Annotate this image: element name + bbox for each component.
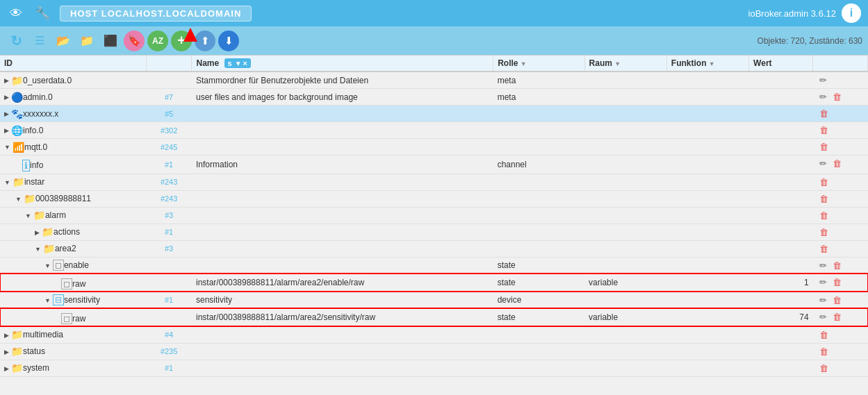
delete-button[interactable]: 🗑 [817,329,830,341]
delete-button[interactable]: 🗑 [817,108,830,119]
header-num [146,56,192,72]
cell-id: 📁 actions [0,224,146,240]
cell-value [749,360,813,376]
expand-down-icon[interactable] [44,296,51,304]
cell-num: #3 [146,240,192,257]
table-row: 📁 instar #243🗑 [0,174,868,190]
expand-down-icon[interactable] [35,245,41,253]
delete-button[interactable]: 🗑 [817,124,830,136]
filter-badge[interactable]: s ▼ × [224,58,251,68]
eye-icon[interactable]: 👁 [7,4,25,22]
expand-down-icon[interactable] [4,178,10,186]
edit-button[interactable]: ✏ [817,311,829,323]
cell-num [146,257,192,274]
edit-button[interactable]: ✏ [817,294,829,306]
edit-button[interactable]: ✏ [817,158,829,169]
cell-role [493,326,584,343]
delete-button[interactable]: 🗑 [817,362,830,374]
expand-right-icon[interactable] [4,126,9,134]
cell-id: ℹ info [0,156,146,174]
download-button[interactable]: ⬇ [218,31,239,51]
delete-button[interactable]: 🗑 [817,176,830,188]
cell-room [584,257,666,274]
refresh-icon: ↻ [10,33,22,49]
delete-button[interactable]: 🗑 [817,226,830,238]
expand-down-icon[interactable] [15,195,22,203]
cell-num: #7 [146,89,192,106]
edit-button[interactable]: ✏ [817,276,829,288]
state-icon: ◻ [53,260,64,271]
cell-value [749,207,813,224]
delete-button[interactable]: 🗑 [830,91,844,103]
expand-down-icon[interactable] [25,212,31,219]
sensitivity-icon: ⊟ [53,294,64,305]
table-row: 🔵 admin.0 #7user files and images for ba… [0,89,868,106]
edit-button[interactable]: ✏ [817,91,829,103]
delete-button[interactable]: 🗑 [830,276,844,288]
expand-right-icon[interactable] [4,364,9,372]
host-label[interactable]: HOST LOCALHOST.LOCALDOMAIN [60,6,252,22]
edit-button[interactable]: ✏ [817,260,829,271]
globe-icon: 🌐 [11,125,23,136]
row-id-text: mqtt.0 [24,142,47,152]
bookmark-button[interactable]: 🔖 [124,31,145,51]
cell-role: channel [493,156,584,174]
expand-right-icon[interactable] [4,331,9,339]
cell-num: #4 [146,326,192,343]
delete-button[interactable]: 🗑 [830,294,844,306]
folder-open-button[interactable]: 📂 [53,31,74,51]
header-function[interactable]: Funktion ▼ [666,56,748,72]
cell-actions: 🗑 [813,208,868,224]
cell-id: 📁 status [0,343,146,360]
filter-remove-button[interactable]: × [243,59,247,67]
cell-func [666,89,748,106]
cell-actions: 🗑 [813,344,868,360]
cell-id: 📁 alarm [0,207,146,224]
square-icon: ⬛ [104,34,117,47]
delete-button[interactable]: 🗑 [830,260,844,271]
delete-button[interactable]: 🗑 [830,158,844,169]
main-content: ID Name s ▼ × Rolle ▼ [0,56,868,395]
cell-room [584,174,666,190]
delete-button[interactable]: 🗑 [817,210,830,221]
upload-button[interactable]: ⬆ [195,31,215,51]
cell-name [192,360,493,376]
cell-name [192,257,493,274]
expand-right-icon[interactable] [4,93,9,101]
edit-button[interactable]: ✏ [817,74,829,86]
header-room[interactable]: Raum ▼ [584,56,666,72]
delete-button[interactable]: 🗑 [817,141,830,153]
state-icon: ◻ [61,278,72,289]
expand-right-icon[interactable] [4,110,9,117]
table-row: 📁 actions #1🗑 [0,224,868,240]
list-button[interactable]: ☰ [29,31,50,51]
delete-button[interactable]: 🗑 [830,311,844,323]
cell-actions: 🗑 [813,360,868,376]
header-name[interactable]: Name s ▼ × [192,56,493,72]
square-button[interactable]: ⬛ [100,31,121,51]
expand-down-icon[interactable] [4,143,10,151]
folder-icon: 📁 [11,362,23,373]
cell-role: state [493,308,584,326]
expand-right-icon[interactable] [4,76,9,84]
delete-button[interactable]: 🗑 [817,346,830,358]
cell-actions: ✏🗑 [813,309,868,325]
az-button[interactable]: AZ [147,31,168,51]
delete-button[interactable]: 🗑 [817,193,830,205]
row-id-text: instar [24,177,44,187]
refresh-button[interactable]: ↻ [6,31,26,51]
delete-button[interactable]: 🗑 [817,243,830,255]
header-role[interactable]: Rolle ▼ [493,56,584,72]
function-filter-icon: ▼ [709,60,715,67]
expand-right-icon[interactable] [4,348,9,355]
expand-right-icon[interactable] [35,228,40,236]
row-id-text: raw [72,279,85,289]
wrench-icon[interactable]: 🔧 [33,4,51,22]
expand-down-icon[interactable] [44,262,51,269]
folder-icon: 📁 [42,226,54,237]
folder-closed-button[interactable]: 📁 [76,31,97,51]
cell-actions: 🗑 [813,106,868,121]
top-bar: 👁 🔧 HOST LOCALHOST.LOCALDOMAIN ioBroker.… [0,0,868,26]
cell-role [493,106,584,122]
cell-room: variable [584,274,666,292]
